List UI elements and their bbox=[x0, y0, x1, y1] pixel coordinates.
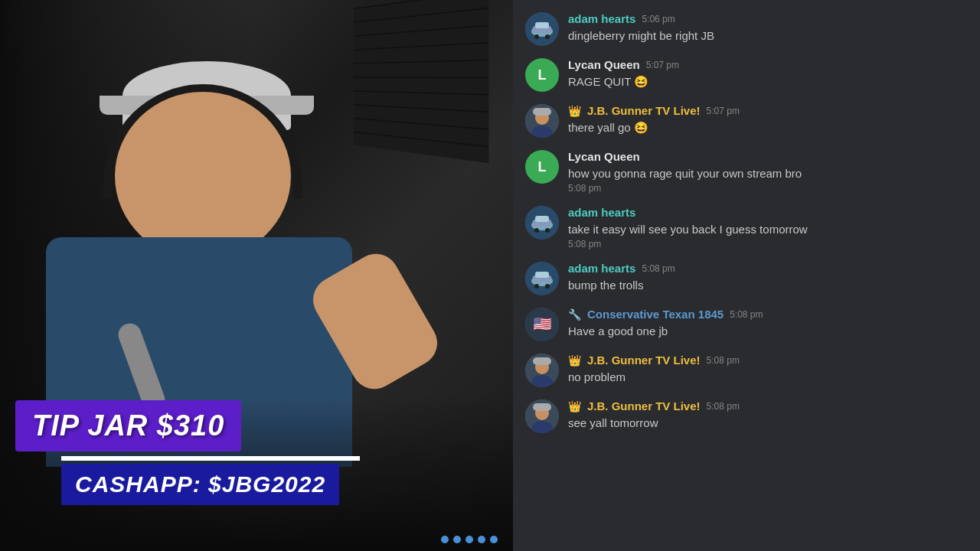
chat-avatar-7: 🇺🇸 bbox=[525, 308, 559, 341]
chat-message-8: 👑J.B. Gunner TV Live!5:08 pmno problem bbox=[513, 347, 980, 393]
message-text-3: there yall go 😆 bbox=[568, 119, 968, 135]
svg-rect-19 bbox=[535, 272, 549, 278]
video-panel: TIP JAR $310 CASHAPP: $JBG2022 bbox=[0, 0, 513, 551]
username-5: adam hearts bbox=[568, 206, 635, 219]
chat-content-8: 👑J.B. Gunner TV Live!5:08 pmno problem bbox=[568, 354, 968, 385]
message-text-4: how you gonna rage quit your own stream … bbox=[568, 165, 968, 181]
message-text-2: RAGE QUIT 😆 bbox=[568, 73, 968, 90]
username-8: J.B. Gunner TV Live! bbox=[587, 354, 701, 367]
chat-content-7: 🔧Conservative Texan 18455:08 pmHave a go… bbox=[568, 308, 968, 339]
chat-header-8: 👑J.B. Gunner TV Live!5:08 pm bbox=[568, 354, 968, 367]
chat-avatar-2: L bbox=[525, 58, 559, 92]
dot-1 bbox=[441, 536, 449, 543]
cashapp-box: CASHAPP: $JBG2022 bbox=[61, 464, 339, 505]
dots-indicator bbox=[441, 536, 498, 543]
username-4: Lycan Queen bbox=[568, 150, 640, 163]
message-text-5: take it easy will see you back I guess t… bbox=[568, 221, 968, 237]
svg-point-5 bbox=[545, 34, 550, 39]
chat-messages-list: adam hearts5:06 pmdingleberry might be r… bbox=[513, 0, 980, 551]
timestamp-3: 5:07 pm bbox=[707, 106, 740, 116]
chat-header-2: Lycan Queen5:07 pm bbox=[568, 58, 968, 71]
chat-header-4: Lycan Queen bbox=[568, 150, 968, 163]
chat-header-9: 👑J.B. Gunner TV Live!5:08 pm bbox=[568, 399, 968, 412]
chat-avatar-6 bbox=[525, 262, 559, 295]
tip-jar-label: TIP JAR $310 bbox=[32, 409, 224, 442]
username-2: Lycan Queen bbox=[568, 58, 640, 71]
svg-point-14 bbox=[534, 228, 539, 233]
crown-icon: 👑 bbox=[568, 400, 581, 412]
timestamp-7: 5:08 pm bbox=[730, 309, 763, 320]
chat-avatar-8 bbox=[525, 354, 559, 387]
username-3: J.B. Gunner TV Live! bbox=[587, 104, 701, 117]
message-text-9: see yall tomorrow bbox=[568, 415, 968, 431]
cashapp-bar: CASHAPP: $JBG2022 bbox=[61, 456, 383, 505]
chat-content-3: 👑J.B. Gunner TV Live!5:07 pmthere yall g… bbox=[568, 104, 968, 135]
timestamp-below-4: 5:08 pm bbox=[568, 183, 968, 194]
timestamp-9: 5:08 pm bbox=[707, 401, 740, 412]
chat-header-5: adam hearts bbox=[568, 206, 968, 219]
crown-icon: 👑 bbox=[568, 105, 581, 117]
wrench-icon: 🔧 bbox=[568, 308, 581, 321]
chat-content-9: 👑J.B. Gunner TV Live!5:08 pmsee yall tom… bbox=[568, 399, 968, 431]
svg-text:🇺🇸: 🇺🇸 bbox=[533, 315, 552, 333]
chat-content-2: Lycan Queen5:07 pmRAGE QUIT 😆 bbox=[568, 58, 968, 90]
chat-message-2: LLycan Queen5:07 pmRAGE QUIT 😆 bbox=[513, 52, 980, 98]
dot-5 bbox=[490, 536, 498, 543]
dot-4 bbox=[478, 536, 485, 543]
username-6: adam hearts bbox=[568, 262, 635, 275]
username-9: J.B. Gunner TV Live! bbox=[587, 399, 701, 412]
message-text-7: Have a good one jb bbox=[568, 323, 968, 339]
chat-panel: adam hearts5:06 pmdingleberry might be r… bbox=[513, 0, 980, 551]
timestamp-8: 5:08 pm bbox=[707, 355, 740, 366]
chat-message-9: 👑J.B. Gunner TV Live!5:08 pmsee yall tom… bbox=[513, 393, 980, 439]
chat-header-6: adam hearts5:08 pm bbox=[568, 262, 968, 275]
username-7: Conservative Texan 1845 bbox=[587, 308, 724, 321]
chat-avatar-5 bbox=[525, 206, 559, 240]
chat-header-1: adam hearts5:06 pm bbox=[568, 12, 968, 25]
svg-point-4 bbox=[534, 34, 539, 39]
chat-content-1: adam hearts5:06 pmdingleberry might be r… bbox=[568, 12, 968, 44]
chat-message-4: LLycan Queenhow you gonna rage quit your… bbox=[513, 144, 980, 200]
chat-message-5: adam heartstake it easy will see you bac… bbox=[513, 200, 980, 256]
cashapp-divider bbox=[61, 456, 360, 461]
chat-content-6: adam hearts5:08 pmbump the trolls bbox=[568, 262, 968, 293]
timestamp-2: 5:07 pm bbox=[646, 60, 679, 70]
svg-point-15 bbox=[545, 228, 550, 233]
svg-point-20 bbox=[534, 284, 539, 289]
svg-rect-13 bbox=[535, 216, 549, 222]
svg-rect-9 bbox=[533, 108, 551, 116]
dot-2 bbox=[453, 536, 461, 543]
chat-header-7: 🔧Conservative Texan 18455:08 pm bbox=[568, 308, 968, 321]
dot-3 bbox=[466, 536, 473, 543]
crown-icon: 👑 bbox=[568, 354, 581, 367]
chat-header-3: 👑J.B. Gunner TV Live!5:07 pm bbox=[568, 104, 968, 117]
chat-content-4: Lycan Queenhow you gonna rage quit your … bbox=[568, 150, 968, 194]
username-1: adam hearts bbox=[568, 12, 635, 25]
message-text-6: bump the trolls bbox=[568, 277, 968, 293]
svg-point-21 bbox=[545, 284, 550, 289]
chat-avatar-4: L bbox=[525, 150, 559, 184]
timestamp-1: 5:06 pm bbox=[642, 14, 675, 24]
svg-rect-31 bbox=[533, 403, 551, 411]
chat-message-1: adam hearts5:06 pmdingleberry might be r… bbox=[513, 6, 980, 52]
chat-avatar-1 bbox=[525, 12, 559, 46]
chat-avatar-3 bbox=[525, 104, 559, 138]
timestamp-6: 5:08 pm bbox=[642, 263, 675, 274]
message-text-8: no problem bbox=[568, 369, 968, 385]
cashapp-label: CASHAPP: $JBG2022 bbox=[75, 471, 325, 497]
chat-avatar-9 bbox=[525, 399, 559, 433]
chat-message-3: 👑J.B. Gunner TV Live!5:07 pmthere yall g… bbox=[513, 98, 980, 144]
message-text-1: dingleberry might be right JB bbox=[568, 28, 968, 44]
chat-message-6: adam hearts5:08 pmbump the trolls bbox=[513, 256, 980, 302]
timestamp-below-5: 5:08 pm bbox=[568, 239, 968, 249]
svg-rect-27 bbox=[533, 357, 551, 365]
tip-jar-overlay: TIP JAR $310 bbox=[15, 400, 241, 452]
chat-content-5: adam heartstake it easy will see you bac… bbox=[568, 206, 968, 249]
head bbox=[115, 92, 291, 260]
svg-rect-3 bbox=[535, 22, 549, 28]
chat-message-7: 🇺🇸 🔧Conservative Texan 18455:08 pmHave a… bbox=[513, 302, 980, 347]
